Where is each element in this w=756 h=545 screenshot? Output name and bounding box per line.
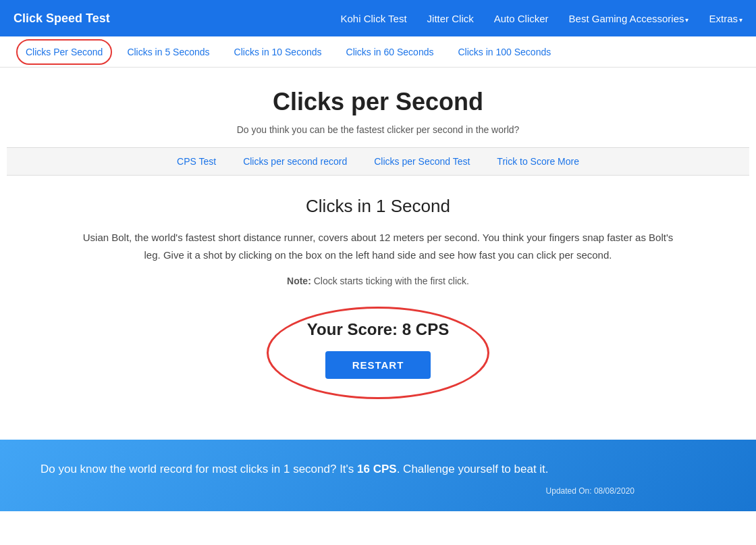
dropdown-arrow-extras: ▾: [739, 16, 742, 24]
inner-link-trick[interactable]: Trick to Score More: [497, 156, 579, 167]
nav-extras[interactable]: Extras▾: [709, 13, 742, 24]
note-text: Note: Clock starts ticking with the firs…: [20, 276, 736, 286]
nav-best-gaming[interactable]: Best Gaming Accessories▾: [569, 13, 689, 24]
nav-kohi-click-test[interactable]: Kohi Click Test: [340, 13, 406, 24]
sub-nav-item-100s: Clicks in 100 Seconds: [446, 36, 563, 68]
nav-jitter-click[interactable]: Jitter Click: [427, 13, 474, 24]
section-title: Clicks in 1 Second: [20, 196, 736, 217]
inner-link-cps-test2[interactable]: Clicks per Second Test: [374, 156, 470, 167]
page-subtitle: Do you think you can be the fastest clic…: [20, 124, 736, 135]
banner-text-after: . Challenge yourself to beat it.: [397, 463, 549, 475]
sub-nav-link-100s[interactable]: Clicks in 100 Seconds: [446, 36, 563, 68]
score-display: Your Score: 8 CPS: [307, 320, 449, 339]
sub-navigation: Clicks Per Second Clicks in 5 Seconds Cl…: [0, 36, 756, 68]
inner-link-cps-test[interactable]: CPS Test: [177, 156, 216, 167]
main-content: Clicks per Second Do you think you can b…: [7, 68, 749, 419]
inner-link-record[interactable]: Clicks per second record: [243, 156, 347, 167]
banner-text-before: Do you know the world record for most cl…: [40, 463, 357, 475]
score-container: Your Score: 8 CPS RESTART: [267, 307, 489, 399]
sub-nav-link-5s[interactable]: Clicks in 5 Seconds: [115, 36, 221, 68]
sub-nav-item-10s: Clicks in 10 Seconds: [222, 36, 334, 68]
restart-button[interactable]: RESTART: [325, 351, 431, 379]
top-navigation: Click Speed Test Kohi Click Test Jitter …: [0, 0, 756, 36]
banner-text: Do you know the world record for most cl…: [40, 460, 648, 478]
dropdown-arrow-gaming: ▾: [685, 16, 688, 24]
sub-nav-item-5s: Clicks in 5 Seconds: [115, 36, 221, 68]
page-title: Clicks per Second: [20, 88, 736, 116]
sub-nav-item-60s: Clicks in 60 Seconds: [334, 36, 446, 68]
note-label: Note:: [287, 276, 311, 286]
banner-record: 16 CPS: [357, 463, 397, 475]
brand-logo[interactable]: Click Speed Test: [14, 11, 110, 26]
sub-nav-item-cps: Clicks Per Second: [14, 36, 115, 68]
banner-updated: Updated On: 08/08/2020: [40, 485, 648, 498]
description-text: Usian Bolt, the world's fastest short di…: [74, 229, 682, 263]
sub-nav-link-10s[interactable]: Clicks in 10 Seconds: [222, 36, 334, 68]
sub-nav-link-cps[interactable]: Clicks Per Second: [14, 36, 115, 68]
world-record-banner: Do you know the world record for most cl…: [0, 440, 756, 511]
inner-links-bar: CPS Test Clicks per second record Clicks…: [7, 147, 749, 176]
sub-nav-list: Clicks Per Second Clicks in 5 Seconds Cl…: [14, 36, 563, 68]
sub-nav-link-60s[interactable]: Clicks in 60 Seconds: [334, 36, 446, 68]
top-nav-links: Kohi Click Test Jitter Click Auto Clicke…: [340, 13, 742, 24]
nav-auto-clicker[interactable]: Auto Clicker: [494, 13, 549, 24]
note-content: Clock starts ticking with the first clic…: [311, 276, 469, 286]
